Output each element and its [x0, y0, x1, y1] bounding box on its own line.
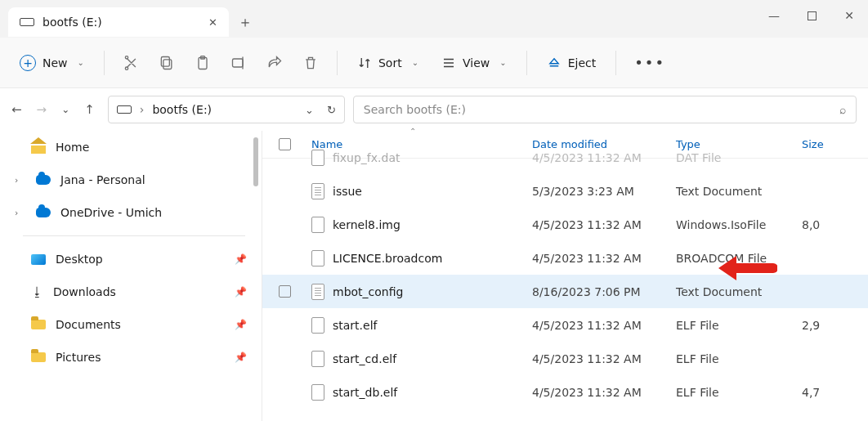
sort-ascending-icon: ⌃ [409, 127, 416, 136]
file-date: 5/3/2023 3:23 AM [532, 185, 676, 198]
recent-button[interactable]: ⌄ [61, 104, 69, 115]
file-row[interactable]: LICENCE.broadcom4/5/2023 11:32 AMBROADCO… [262, 241, 868, 275]
sort-button[interactable]: Sort ⌄ [349, 51, 427, 75]
file-row[interactable]: issue5/3/2023 3:23 AMText Document [262, 174, 868, 208]
tab-title: bootfs (E:) [43, 16, 102, 29]
delete-button[interactable] [296, 50, 325, 76]
eject-icon [547, 56, 562, 70]
file-list-pane: Name ⌃ Date modified Type Size fixup_fx.… [262, 131, 868, 421]
copy-button[interactable] [152, 50, 181, 76]
cloud-icon [36, 208, 51, 217]
file-icon [311, 317, 324, 334]
sidebar-label: Desktop [56, 253, 103, 266]
sidebar-item-onedrive[interactable]: › OneDrive - Umich [7, 196, 262, 229]
new-button[interactable]: + New ⌄ [11, 50, 92, 76]
column-name[interactable]: Name ⌃ [311, 138, 532, 150]
plus-circle-icon: + [20, 55, 36, 71]
folder-icon [31, 320, 46, 329]
refresh-button[interactable]: ↻ [327, 104, 336, 116]
list-icon [441, 56, 456, 70]
file-name: issue [333, 185, 362, 198]
sidebar-label: Documents [56, 318, 121, 331]
forward-button[interactable]: → [37, 102, 47, 117]
share-icon [266, 55, 283, 71]
file-type: Text Document [676, 185, 802, 198]
file-type: Windows.IsoFile [676, 218, 802, 231]
breadcrumb-location[interactable]: bootfs (E:) [152, 103, 212, 116]
home-icon [31, 141, 46, 154]
file-type: BROADCOM File [676, 252, 802, 265]
back-button[interactable]: ← [11, 102, 22, 117]
column-date[interactable]: Date modified [532, 138, 676, 150]
rename-button[interactable] [224, 50, 253, 76]
new-tab-button[interactable]: ＋ [229, 7, 262, 37]
pin-icon: 📌 [235, 352, 247, 363]
file-date: 4/5/2023 11:32 AM [532, 151, 676, 164]
up-button[interactable]: ↑ [84, 102, 95, 117]
chevron-right-icon[interactable]: › [15, 208, 26, 218]
sidebar-label: Pictures [56, 351, 101, 364]
sidebar-item-documents[interactable]: Documents 📌 [7, 308, 262, 341]
eject-button[interactable]: Eject [539, 51, 605, 75]
address-chevron-icon[interactable]: ⌄ [305, 104, 314, 116]
file-name: mbot_config [333, 285, 403, 298]
window-controls: — ✕ [755, 0, 868, 31]
file-row[interactable]: kernel8.img4/5/2023 11:32 AMWindows.IsoF… [262, 208, 868, 241]
svg-rect-1 [161, 56, 169, 66]
file-row[interactable]: start_db.elf4/5/2023 11:32 AMELF File4,7 [262, 375, 868, 409]
row-checkbox[interactable] [279, 285, 291, 298]
view-button[interactable]: View ⌄ [433, 51, 515, 75]
file-type: ELF File [676, 319, 802, 332]
sidebar-item-personal[interactable]: › Jana - Personal [7, 163, 262, 196]
sidebar-label: Home [56, 141, 89, 154]
sidebar-item-downloads[interactable]: ⭳ Downloads 📌 [7, 275, 262, 308]
breadcrumb-separator: › [140, 103, 145, 116]
file-name: fixup_fx.dat [333, 151, 400, 164]
file-rows: fixup_fx.dat4/5/2023 11:32 AMDAT Fileiss… [262, 141, 868, 409]
sort-icon [357, 56, 372, 70]
file-type: DAT File [676, 151, 802, 164]
chevron-down-icon: ⌄ [499, 58, 506, 67]
search-icon[interactable]: ⌕ [839, 103, 846, 116]
sidebar-label: OneDrive - Umich [60, 206, 162, 219]
file-type: ELF File [676, 352, 802, 365]
sidebar-scrollbar[interactable] [253, 137, 258, 186]
file-row[interactable]: start.elf4/5/2023 11:32 AMELF File2,9 [262, 308, 868, 342]
file-row[interactable]: start_cd.elf4/5/2023 11:32 AMELF File [262, 342, 868, 375]
sort-label: Sort [378, 56, 402, 69]
file-date: 4/5/2023 11:32 AM [532, 218, 676, 231]
file-icon [311, 284, 324, 300]
scissors-icon [123, 55, 139, 71]
minimize-button[interactable]: — [755, 0, 793, 31]
share-button[interactable] [260, 50, 289, 76]
window-tab[interactable]: bootfs (E:) ✕ [8, 7, 229, 37]
folder-icon [31, 352, 46, 362]
copy-icon [159, 55, 175, 71]
search-bar[interactable]: ⌕ [353, 96, 857, 123]
pin-icon: 📌 [235, 319, 247, 330]
column-type[interactable]: Type [676, 138, 802, 150]
select-all-checkbox[interactable] [279, 138, 291, 150]
column-size[interactable]: Size [802, 138, 868, 150]
sidebar-item-desktop[interactable]: Desktop 📌 [7, 243, 262, 275]
more-button[interactable]: ••• [628, 49, 672, 76]
sidebar-item-pictures[interactable]: Pictures 📌 [7, 341, 262, 374]
drive-icon [117, 105, 132, 114]
file-icon [311, 384, 324, 401]
title-bar: bootfs (E:) ✕ ＋ — ✕ [0, 0, 868, 38]
eject-label: Eject [568, 56, 597, 69]
close-window-button[interactable]: ✕ [830, 0, 868, 31]
rename-icon [230, 55, 247, 71]
chevron-right-icon[interactable]: › [15, 175, 26, 186]
search-input[interactable] [364, 103, 839, 116]
file-icon [311, 217, 324, 233]
maximize-button[interactable] [793, 0, 830, 31]
toolbar: + New ⌄ Sort ⌄ View ⌄ Eject ••• [0, 38, 868, 88]
close-tab-button[interactable]: ✕ [208, 16, 217, 29]
sidebar-item-home[interactable]: Home [7, 131, 262, 163]
file-row[interactable]: mbot_config8/16/2023 7:06 PMText Documen… [262, 275, 868, 308]
paste-button[interactable] [188, 50, 217, 76]
file-size: 4,7 [802, 386, 868, 399]
cut-button[interactable] [116, 50, 145, 76]
address-bar[interactable]: › bootfs (E:) ⌄ ↻ [108, 96, 345, 123]
